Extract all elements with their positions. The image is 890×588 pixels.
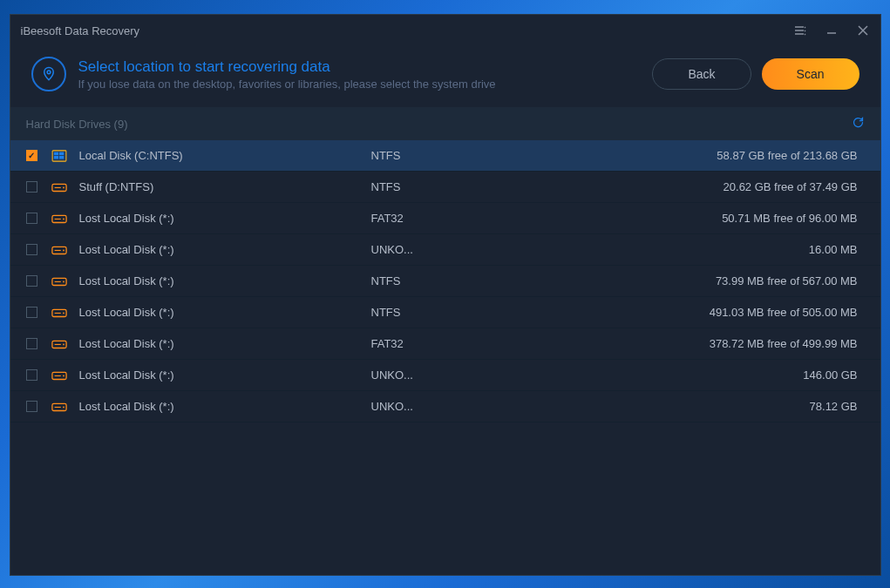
drive-filesystem: UNKO...: [371, 400, 563, 413]
drive-checkbox[interactable]: [26, 181, 37, 193]
drive-checkbox[interactable]: [26, 369, 37, 381]
drive-size: 16.00 MB: [563, 243, 865, 256]
svg-rect-3: [53, 152, 58, 155]
drive-name: Local Disk (C:NTFS): [79, 149, 371, 162]
svg-point-15: [63, 249, 65, 251]
drive-checkbox[interactable]: [26, 244, 37, 255]
drive-name: Lost Local Disk (*:): [79, 274, 371, 287]
drive-filesystem: FAT32: [371, 337, 563, 350]
drive-filesystem: UNKO...: [371, 243, 563, 256]
svg-rect-5: [53, 156, 58, 159]
drive-filesystem: NTFS: [371, 306, 563, 319]
drive-row[interactable]: Lost Local Disk (*:)UNKO...16.00 MB: [10, 234, 880, 266]
location-icon: [31, 57, 66, 91]
titlebar-controls: [793, 24, 870, 37]
drive-size: 378.72 MB free of 499.99 MB: [563, 337, 865, 350]
app-title: iBeesoft Data Recovery: [21, 24, 140, 37]
drive-size: 50.71 MB free of 96.00 MB: [563, 212, 865, 225]
drive-name: Lost Local Disk (*:): [79, 368, 371, 382]
drive-checkbox[interactable]: [26, 275, 37, 287]
disk-icon: [51, 244, 67, 256]
drive-name: Lost Local Disk (*:): [79, 212, 371, 225]
svg-point-12: [63, 218, 65, 220]
scan-button[interactable]: Scan: [762, 58, 859, 90]
drive-checkbox[interactable]: [26, 401, 37, 412]
back-button[interactable]: Back: [652, 58, 751, 90]
drive-row[interactable]: Local Disk (C:NTFS)NTFS58.87 GB free of …: [10, 140, 880, 172]
drive-checkbox[interactable]: [26, 338, 37, 349]
drive-row[interactable]: Lost Local Disk (*:)NTFS73.99 MB free of…: [10, 266, 880, 297]
minimize-icon[interactable]: [825, 24, 839, 37]
svg-rect-4: [59, 152, 64, 155]
disk-icon: [51, 307, 67, 319]
drive-row[interactable]: Lost Local Disk (*:)UNKO...146.00 GB: [10, 360, 880, 391]
drive-size: 78.12 GB: [563, 400, 865, 413]
drive-row[interactable]: Stuff (D:NTFS)NTFS20.62 GB free of 37.49…: [10, 172, 880, 203]
drive-row[interactable]: Lost Local Disk (*:)FAT3250.71 MB free o…: [10, 203, 880, 234]
disk-icon: [51, 181, 67, 193]
drive-filesystem: FAT32: [371, 212, 563, 225]
drive-row[interactable]: Lost Local Disk (*:)UNKO...78.12 GB: [10, 391, 880, 422]
drive-checkbox[interactable]: [26, 307, 37, 318]
drive-size: 58.87 GB free of 213.68 GB: [563, 149, 865, 162]
drive-size: 491.03 MB free of 505.00 MB: [563, 306, 865, 319]
menu-icon[interactable]: [793, 24, 807, 37]
disk-icon: [51, 275, 67, 287]
header-buttons: Back Scan: [652, 58, 859, 90]
disk-icon: [51, 213, 67, 225]
disk-icon: [51, 150, 67, 162]
drive-name: Lost Local Disk (*:): [79, 337, 371, 350]
disk-icon: [51, 401, 67, 413]
header-subtitle: If you lose data on the desktop, favorit…: [78, 78, 496, 91]
svg-point-1: [47, 71, 51, 74]
svg-point-27: [63, 375, 65, 376]
svg-point-21: [63, 312, 65, 314]
disk-icon: [51, 338, 67, 350]
drive-row[interactable]: Lost Local Disk (*:)NTFS491.03 MB free o…: [10, 297, 880, 328]
header-left: Select location to start recovering data…: [31, 57, 496, 91]
header: Select location to start recovering data…: [10, 46, 880, 107]
drive-row[interactable]: Lost Local Disk (*:)FAT32378.72 MB free …: [10, 328, 880, 360]
svg-point-18: [63, 280, 65, 282]
section-label: Hard Disk Drives (9): [26, 118, 128, 131]
drive-filesystem: NTFS: [371, 149, 563, 162]
drive-name: Lost Local Disk (*:): [79, 243, 371, 256]
drive-size: 146.00 GB: [563, 368, 865, 382]
svg-point-30: [63, 406, 65, 408]
svg-point-24: [63, 343, 65, 345]
drive-filesystem: NTFS: [371, 180, 563, 193]
drive-checkbox[interactable]: [26, 213, 37, 224]
drive-checkbox[interactable]: [26, 150, 37, 161]
section-header: Hard Disk Drives (9): [10, 107, 880, 140]
drive-name: Stuff (D:NTFS): [79, 180, 371, 193]
drive-filesystem: UNKO...: [371, 368, 563, 382]
svg-rect-6: [59, 156, 64, 159]
disk-icon: [51, 369, 67, 382]
drive-list: Local Disk (C:NTFS)NTFS58.87 GB free of …: [10, 140, 880, 575]
header-title: Select location to start recovering data: [78, 58, 496, 76]
app-window: iBeesoft Data Recovery Select location t: [10, 14, 881, 576]
close-icon[interactable]: [856, 24, 870, 37]
drive-filesystem: NTFS: [371, 274, 563, 287]
drive-size: 73.99 MB free of 567.00 MB: [563, 274, 865, 287]
drive-name: Lost Local Disk (*:): [79, 400, 371, 413]
header-text: Select location to start recovering data…: [78, 58, 496, 91]
svg-point-9: [63, 186, 65, 188]
drive-name: Lost Local Disk (*:): [79, 306, 371, 319]
titlebar: iBeesoft Data Recovery: [10, 15, 880, 46]
refresh-icon[interactable]: [852, 116, 865, 132]
drive-size: 20.62 GB free of 37.49 GB: [563, 180, 865, 193]
